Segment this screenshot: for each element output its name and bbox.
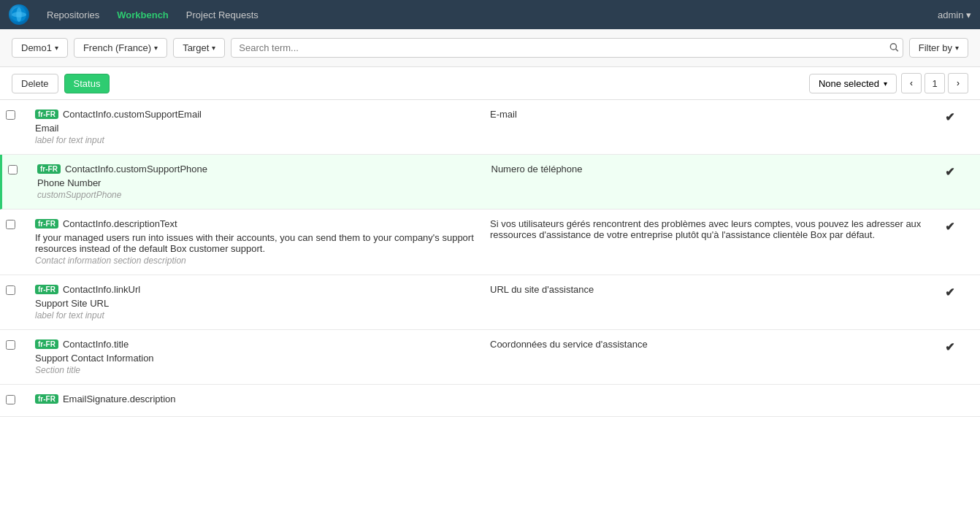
nav-repositories[interactable]: Repositories (47, 9, 99, 20)
source-text: Email (35, 123, 478, 134)
key-label: ContactInfo.title (63, 339, 129, 350)
status-button[interactable]: Status (64, 74, 110, 93)
language-dropdown[interactable]: French (France) ▾ (74, 38, 167, 58)
nav-project-requests[interactable]: Project Requests (186, 9, 259, 20)
source-col: fr-FRContactInfo.customSupportPhonePhone… (37, 164, 491, 200)
demo-caret-icon: ▾ (55, 44, 58, 52)
search-input[interactable] (231, 38, 903, 58)
row-checkbox-cell (6, 284, 35, 295)
user-menu[interactable]: admin ▾ (938, 9, 971, 20)
source-description: label for text input (35, 310, 478, 321)
key-label: ContactInfo.customSupportPhone (65, 164, 207, 174)
row-checkbox[interactable] (6, 285, 15, 295)
lang-badge: fr-FR (35, 394, 58, 404)
source-col: fr-FRContactInfo.titleSupport Contact In… (35, 339, 490, 375)
translation-col: Numero de téléphone (491, 164, 946, 174)
row-checkbox-cell (6, 218, 35, 229)
row-checkbox-cell (6, 339, 35, 350)
lang-badge: fr-FR (35, 339, 58, 349)
page-number: 1 (925, 73, 945, 93)
source-col: fr-FRContactInfo.descriptionTextIf your … (35, 218, 490, 266)
approved-checkmark-icon: ✔ (945, 165, 954, 179)
row-checkbox-cell (6, 394, 35, 404)
language-caret-icon: ▾ (154, 44, 158, 52)
row-checkbox[interactable] (6, 395, 15, 404)
toolbar: Demo1 ▾ French (France) ▾ Target ▾ Filte… (0, 29, 980, 67)
key-label: ContactInfo.linkUrl (63, 284, 140, 295)
target-caret-icon: ▾ (212, 44, 215, 52)
source-description: customSupportPhone (37, 190, 480, 200)
prev-page-button[interactable]: ‹ (901, 73, 922, 93)
table-row: fr-FRContactInfo.titleSupport Contact In… (0, 330, 980, 385)
main-nav: Repositories Workbench Project Requests … (0, 0, 980, 29)
source-col: fr-FRContactInfo.customSupportEmailEmail… (35, 109, 490, 145)
search-box (231, 38, 903, 58)
svg-point-2 (12, 12, 26, 17)
lang-badge: fr-FR (35, 110, 58, 119)
translation-table: fr-FRContactInfo.customSupportEmailEmail… (0, 100, 980, 417)
filter-dropdown[interactable]: Filter by ▾ (909, 38, 968, 58)
translation-text: Si vos utilisateurs gérés rencontrent de… (490, 218, 933, 240)
svg-line-4 (895, 49, 897, 51)
filter-caret-icon: ▾ (955, 44, 959, 52)
search-button[interactable] (889, 42, 899, 54)
status-col: ✔ (945, 339, 974, 354)
key-label: ContactInfo.descriptionText (63, 218, 177, 229)
source-description: Section title (35, 365, 478, 375)
row-key: fr-FRContactInfo.customSupportPhone (37, 164, 480, 174)
demo-dropdown[interactable]: Demo1 ▾ (12, 38, 68, 58)
table-row: fr-FRContactInfo.descriptionTextIf your … (0, 210, 980, 275)
source-text: Support Contact Information (35, 353, 478, 364)
translation-col: URL du site d'assistance (490, 284, 945, 295)
none-selected-dropdown[interactable]: None selected ▾ (809, 74, 897, 93)
row-checkbox[interactable] (6, 110, 15, 120)
key-label: ContactInfo.customSupportEmail (63, 109, 202, 120)
app-logo (9, 4, 29, 25)
nav-workbench[interactable]: Workbench (117, 9, 169, 20)
status-col: ✔ (945, 218, 974, 234)
table-row: fr-FRContactInfo.customSupportEmailEmail… (0, 100, 980, 155)
source-text: Support Site URL (35, 298, 478, 309)
source-text: Phone Number (37, 177, 480, 188)
translation-text: Numero de téléphone (491, 164, 934, 174)
action-bar: Delete Status None selected ▾ ‹ 1 › (0, 67, 980, 100)
source-description: Contact information section description (35, 256, 478, 266)
source-col: fr-FREmailSignature.description (35, 394, 490, 407)
status-col: ✔ (945, 284, 974, 299)
delete-button[interactable]: Delete (12, 74, 58, 93)
translation-text: Coordonnées du service d'assistance (490, 339, 933, 350)
row-key: fr-FRContactInfo.title (35, 339, 478, 350)
translation-col: Si vos utilisateurs gérés rencontrent de… (490, 218, 945, 240)
status-col (945, 394, 974, 395)
row-checkbox-cell (6, 109, 35, 120)
lang-badge: fr-FR (37, 164, 61, 174)
row-key: fr-FRContactInfo.linkUrl (35, 284, 478, 295)
approved-checkmark-icon: ✔ (945, 220, 954, 234)
table-row: fr-FRContactInfo.customSupportPhonePhone… (0, 155, 980, 210)
lang-badge: fr-FR (35, 219, 58, 229)
row-key: fr-FRContactInfo.descriptionText (35, 218, 478, 229)
approved-checkmark-icon: ✔ (945, 285, 954, 299)
row-checkbox[interactable] (6, 220, 15, 229)
source-col: fr-FRContactInfo.linkUrlSupport Site URL… (35, 284, 490, 321)
source-description: label for text input (35, 135, 478, 145)
row-checkbox[interactable] (8, 165, 18, 174)
next-page-button[interactable]: › (948, 73, 968, 93)
status-col: ✔ (945, 164, 974, 179)
pagination-area: None selected ▾ ‹ 1 › (809, 73, 968, 93)
row-checkbox[interactable] (6, 340, 15, 350)
translation-col: E-mail (490, 109, 945, 120)
svg-point-3 (890, 43, 896, 49)
none-selected-caret-icon: ▾ (884, 80, 887, 88)
translation-text: E-mail (490, 109, 933, 120)
status-col: ✔ (945, 109, 974, 124)
translation-text: URL du site d'assistance (490, 284, 933, 295)
source-text: If your managed users run into issues wi… (35, 232, 478, 254)
row-key: fr-FRContactInfo.customSupportEmail (35, 109, 478, 120)
lang-badge: fr-FR (35, 285, 58, 294)
target-dropdown[interactable]: Target ▾ (173, 38, 225, 58)
row-checkbox-cell (8, 164, 37, 174)
approved-checkmark-icon: ✔ (945, 110, 954, 124)
translation-col: Coordonnées du service d'assistance (490, 339, 945, 350)
table-row: fr-FRContactInfo.linkUrlSupport Site URL… (0, 275, 980, 330)
